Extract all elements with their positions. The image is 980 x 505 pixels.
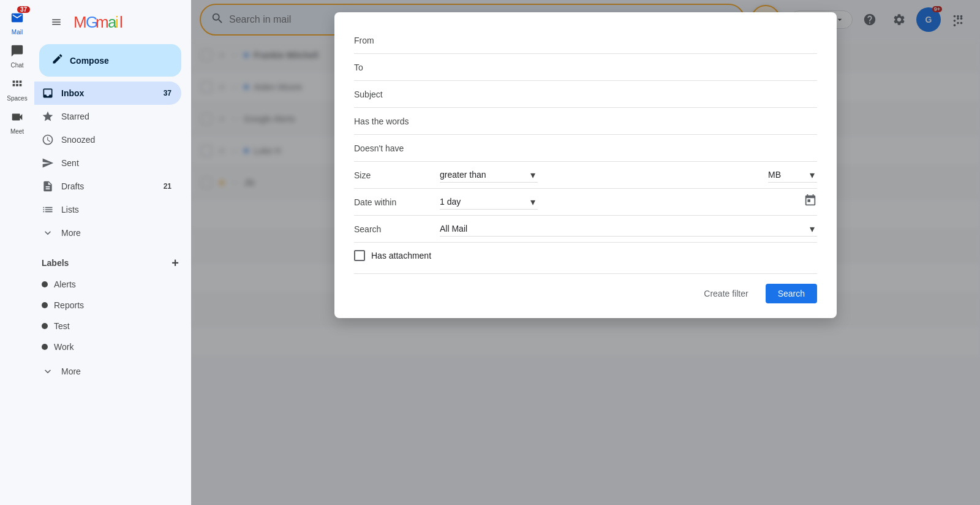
has-attachment-checkbox[interactable] xyxy=(354,250,365,261)
label-item-test[interactable]: Test xyxy=(34,316,181,336)
size-row: Size greater than less than ▾ MB KB Byte… xyxy=(354,162,817,189)
modal-overlay: From To Subject Has the words Doesn't ha… xyxy=(191,0,980,505)
work-dot xyxy=(42,344,48,350)
spaces-icon xyxy=(10,77,24,94)
mail-badge: 37 xyxy=(17,6,30,13)
date-within-row: Date within 1 day 3 days 1 week 2 weeks … xyxy=(354,189,817,216)
size-label: Size xyxy=(354,170,440,180)
sidebar-item-starred[interactable]: Starred xyxy=(34,105,181,128)
sidebar-item-more-nav[interactable]: More xyxy=(34,221,181,245)
labels-section: Labels + Alerts Reports Test Work More xyxy=(34,249,191,383)
to-label: To xyxy=(354,63,440,72)
add-label-button[interactable]: + xyxy=(167,254,184,271)
drafts-label: Drafts xyxy=(61,181,84,191)
more-nav-icon xyxy=(42,227,54,239)
compose-button[interactable]: Compose xyxy=(39,44,181,77)
sidebar-item-inbox[interactable]: Inbox 37 xyxy=(34,82,181,105)
sidebar-item-sent[interactable]: Sent xyxy=(34,151,181,175)
svg-text:l: l xyxy=(119,13,123,31)
from-row: From xyxy=(354,27,817,54)
left-icon-strip: 37 Mail Chat Spaces Meet xyxy=(0,0,34,505)
doesnt-have-label: Doesn't have xyxy=(354,143,440,153)
subject-row: Subject xyxy=(354,81,817,108)
compose-label: Compose xyxy=(70,56,109,66)
svg-text:i: i xyxy=(115,13,119,31)
sidebar-item-snoozed[interactable]: Snoozed xyxy=(34,128,181,151)
has-words-row: Has the words xyxy=(354,108,817,135)
date-within-wrapper: 1 day 3 days 1 week 2 weeks 1 month 2 mo… xyxy=(440,194,538,210)
lists-label: Lists xyxy=(61,205,79,215)
svg-text:M: M xyxy=(74,13,87,31)
sent-label: Sent xyxy=(61,158,79,168)
create-filter-button[interactable]: Create filter xyxy=(694,284,758,303)
strip-label-spaces: Spaces xyxy=(7,95,27,102)
labels-more-icon xyxy=(42,365,54,378)
size-unit-wrapper: MB KB Bytes ▾ xyxy=(768,167,817,183)
search-in-select[interactable]: All Mail Inbox Starred Sent Drafts Spam … xyxy=(440,221,817,237)
main-content: Active 9+ G ★ ↩ Frankie Mitch xyxy=(191,0,980,505)
labels-title: Labels xyxy=(42,258,69,268)
reports-dot xyxy=(42,302,48,308)
hamburger-button[interactable] xyxy=(44,10,69,34)
search-in-wrapper: All Mail Inbox Starred Sent Drafts Spam … xyxy=(440,221,817,237)
search-button[interactable]: Search xyxy=(766,284,817,303)
subject-label: Subject xyxy=(354,89,440,99)
snoozed-icon xyxy=(42,134,54,146)
strip-item-chat[interactable]: Chat xyxy=(1,40,33,72)
sidebar-item-drafts[interactable]: Drafts 21 xyxy=(34,175,181,198)
has-attachment-row: Has attachment xyxy=(354,243,817,268)
reports-label: Reports xyxy=(54,300,84,310)
size-comparison-select[interactable]: greater than less than xyxy=(440,167,538,183)
more-nav-label: More xyxy=(61,228,81,238)
labels-more-button[interactable]: More xyxy=(34,360,181,383)
strip-label-meet: Meet xyxy=(10,128,24,135)
subject-input[interactable] xyxy=(440,87,817,102)
label-item-alerts[interactable]: Alerts xyxy=(34,274,181,295)
search-in-row: Search All Mail Inbox Starred Sent Draft… xyxy=(354,216,817,243)
search-modal: From To Subject Has the words Doesn't ha… xyxy=(334,12,837,318)
mail-icon xyxy=(10,13,24,27)
has-attachment-label: Has attachment xyxy=(371,251,431,260)
sidebar: M G m a i l Compose Inbox 37 Starred xyxy=(34,0,191,505)
from-input[interactable] xyxy=(440,33,817,48)
date-within-select[interactable]: 1 day 3 days 1 week 2 weeks 1 month 2 mo… xyxy=(440,194,538,210)
doesnt-have-row: Doesn't have xyxy=(354,135,817,162)
test-dot xyxy=(42,323,48,329)
drafts-icon xyxy=(42,180,54,192)
to-input[interactable] xyxy=(440,60,817,75)
inbox-label: Inbox xyxy=(61,88,84,98)
starred-label: Starred xyxy=(61,112,89,121)
size-unit-select[interactable]: MB KB Bytes xyxy=(768,167,817,183)
inbox-count: 37 xyxy=(164,89,172,97)
date-within-label: Date within xyxy=(354,197,440,207)
lists-icon xyxy=(42,203,54,216)
drafts-count: 21 xyxy=(164,182,172,191)
label-item-reports[interactable]: Reports xyxy=(34,295,181,316)
work-label: Work xyxy=(54,342,74,352)
has-words-label: Has the words xyxy=(354,116,440,126)
meet-icon xyxy=(10,110,24,127)
sent-icon xyxy=(42,157,54,169)
strip-item-meet[interactable]: Meet xyxy=(1,107,33,139)
size-comparison-wrapper: greater than less than ▾ xyxy=(440,167,538,183)
strip-item-spaces[interactable]: Spaces xyxy=(1,74,33,105)
alerts-label: Alerts xyxy=(54,279,76,289)
search-in-label: Search xyxy=(354,224,440,234)
labels-more-label: More xyxy=(61,366,81,376)
labels-header: Labels + xyxy=(34,249,191,274)
calendar-icon[interactable] xyxy=(804,194,817,210)
sidebar-item-lists[interactable]: Lists xyxy=(34,198,181,221)
inbox-icon xyxy=(42,87,54,99)
logo-area: M G m a i l xyxy=(34,5,191,39)
starred-icon xyxy=(42,110,54,123)
strip-label-mail: Mail xyxy=(12,29,23,36)
chat-icon xyxy=(10,44,24,61)
strip-item-mail[interactable]: 37 Mail xyxy=(1,7,33,39)
alerts-dot xyxy=(42,281,48,287)
doesnt-have-input[interactable] xyxy=(440,141,817,156)
modal-footer: Create filter Search xyxy=(354,273,817,303)
has-words-input[interactable] xyxy=(440,114,817,129)
from-label: From xyxy=(354,36,440,45)
to-row: To xyxy=(354,54,817,81)
label-item-work[interactable]: Work xyxy=(34,336,181,357)
